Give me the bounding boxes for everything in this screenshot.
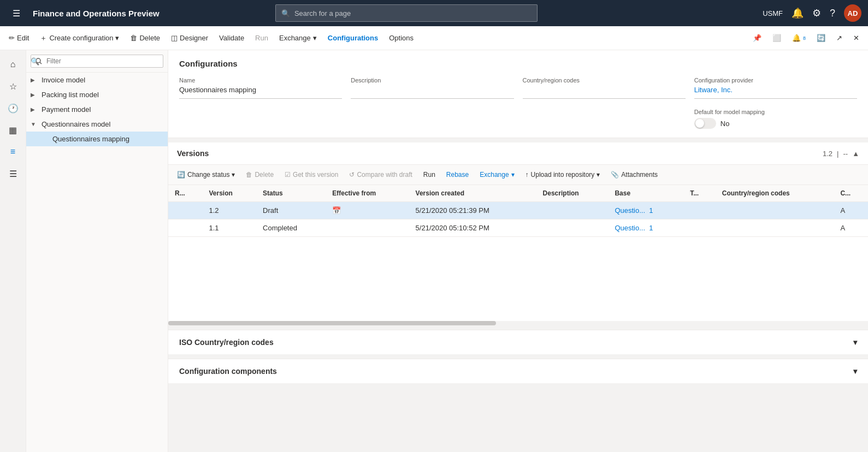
table-row[interactable]: 1.2 Draft 📅 5/21/2020 05:21:39 PM Questi… — [168, 202, 868, 219]
toggle-row: No — [694, 118, 857, 129]
create-configuration-button[interactable]: ＋ Create configuration ▾ — [36, 30, 123, 46]
refresh-button[interactable]: 🔄 — [812, 31, 830, 45]
config-components-title: Configuration components — [179, 367, 277, 376]
iso-accordion-header[interactable]: ISO Country/region codes ▾ — [168, 330, 868, 354]
close-button[interactable]: ✕ — [849, 31, 864, 45]
col-effective-from: Effective from — [326, 185, 409, 202]
configurations-section: Configurations Name Questionnaires mappi… — [168, 50, 868, 138]
versions-run-button[interactable]: Run — [419, 168, 440, 181]
edit-icon: ✏ — [9, 34, 15, 42]
list-icon[interactable]: ☰ — [3, 164, 23, 183]
chevron-right-icon: ▶ — [31, 77, 39, 83]
change-status-button[interactable]: 🔄 Change status ▾ — [173, 168, 239, 181]
run-button[interactable]: Run — [251, 31, 273, 45]
chevron-down-icon: ▾ — [853, 338, 857, 347]
config-components-accordion-header[interactable]: Configuration components ▾ — [168, 359, 868, 383]
description-value — [351, 86, 513, 99]
cell-version-created: 5/21/2020 05:21:39 PM — [409, 202, 536, 219]
pin-button[interactable]: 📌 — [748, 31, 766, 45]
validate-button[interactable]: Validate — [215, 31, 249, 45]
tree-item-packing-list-model[interactable]: ▶ Packing list model — [26, 87, 168, 102]
tree-item-label: Payment model — [42, 105, 91, 114]
country-value — [523, 86, 686, 99]
options-button[interactable]: Options — [385, 31, 418, 45]
chevron-right-icon: ▶ — [31, 92, 39, 98]
search-icon: 🔍 — [281, 9, 290, 17]
description-field: Description — [351, 77, 513, 99]
configurations-button[interactable]: Configurations — [323, 31, 382, 45]
change-status-icon: 🔄 — [177, 171, 185, 179]
exchange-button[interactable]: Exchange ▾ — [275, 31, 321, 45]
delete-button[interactable]: 🗑 Delete — [126, 31, 164, 45]
app-title: Finance and Operations Preview — [33, 9, 160, 18]
attachments-button[interactable]: 📎 Attachments — [606, 168, 662, 181]
compare-with-draft-button[interactable]: ↺ Compare with draft — [345, 168, 416, 181]
user-avatar[interactable]: AD — [844, 4, 861, 22]
horizontal-scrollbar[interactable] — [168, 321, 868, 325]
tree-panel: 🔍 ▶ Invoice model ▶ Packing list model ▶… — [26, 50, 168, 452]
col-r: R... — [168, 185, 202, 202]
attachment-icon: 📎 — [611, 171, 619, 179]
versions-header: Versions 1.2 | -- ▲ — [168, 142, 868, 165]
tree-item-invoice-model[interactable]: ▶ Invoice model — [26, 73, 168, 87]
popout-button[interactable]: ↗ — [832, 31, 847, 45]
versions-delete-button[interactable]: 🗑 Delete — [241, 168, 278, 181]
filter-icon[interactable]: ≡ — [3, 142, 23, 162]
scrollbar-thumb[interactable] — [168, 321, 496, 325]
default-mapping-label: Default for model mapping — [694, 109, 765, 115]
versions-table-wrapper: R... Version Status Effective from Versi… — [168, 185, 868, 237]
tree-item-questionnaires-model[interactable]: ▼ Questionnaires model — [26, 117, 168, 132]
tree-item-payment-model[interactable]: ▶ Payment model — [26, 102, 168, 117]
default-mapping-toggle[interactable] — [694, 118, 716, 129]
upload-repository-button[interactable]: ↑ Upload into repository ▾ — [521, 168, 605, 181]
chevron-down-icon: ▾ — [511, 171, 515, 179]
provider-value[interactable]: Litware, Inc. — [694, 86, 857, 99]
edit-button[interactable]: ✏ Edit — [4, 31, 33, 45]
dashboard-icon[interactable]: ▦ — [3, 120, 23, 140]
versions-toolbar: 🔄 Change status ▾ 🗑 Delete ☑ Get this ve… — [168, 165, 868, 185]
recent-icon[interactable]: 🕐 — [3, 98, 23, 118]
calendar-icon[interactable]: 📅 — [332, 206, 341, 215]
cell-base: Questio... 1 — [608, 202, 683, 219]
tree-item-label: Invoice model — [42, 76, 85, 84]
collapse-icon[interactable]: ▲ — [852, 150, 859, 158]
notifications-button[interactable]: 🔔8 — [788, 31, 810, 45]
notification-icon[interactable]: 🔔 — [792, 7, 804, 19]
compare-icon: ↺ — [349, 171, 355, 179]
cell-version: 1.1 — [202, 219, 256, 237]
cell-version: 1.2 — [202, 202, 256, 219]
description-label: Description — [351, 77, 513, 84]
fullscreen-button[interactable]: ⬜ — [768, 31, 786, 45]
settings-icon[interactable]: ⚙ — [812, 7, 821, 19]
favorites-icon[interactable]: ☆ — [3, 76, 23, 96]
versions-title: Versions — [177, 149, 209, 158]
base-num-link[interactable]: 1 — [649, 224, 653, 232]
config-components-section: Configuration components ▾ — [168, 359, 868, 383]
home-icon[interactable]: ⌂ — [3, 55, 23, 74]
base-num-link[interactable]: 1 — [649, 206, 653, 215]
country-label: Country/region codes — [523, 77, 686, 84]
table-header-row: R... Version Status Effective from Versi… — [168, 185, 868, 202]
versions-section: Versions 1.2 | -- ▲ 🔄 Change status ▾ 🗑 … — [168, 142, 868, 325]
col-country: Country/region codes — [716, 185, 834, 202]
col-base: Base — [608, 185, 683, 202]
hamburger-menu-icon[interactable]: ☰ — [7, 3, 26, 23]
rebase-button[interactable]: Rebase — [442, 168, 473, 181]
base-link[interactable]: Questio... — [615, 206, 645, 215]
help-icon[interactable]: ? — [830, 8, 835, 19]
sidebar-icons: ⌂ ☆ 🕐 ▦ ≡ ☰ — [0, 50, 26, 452]
tree-filter-input[interactable] — [31, 55, 163, 68]
cell-description — [536, 202, 609, 219]
base-link[interactable]: Questio... — [615, 224, 645, 232]
version-dash: -- — [843, 150, 848, 158]
designer-button[interactable]: ◫ Designer — [167, 31, 212, 45]
get-this-version-button[interactable]: ☑ Get this version — [280, 168, 343, 181]
global-search-bar[interactable]: 🔍 Search for a page — [275, 4, 538, 22]
filter-icon-small: 🔍 — [31, 57, 39, 66]
versions-exchange-button[interactable]: Exchange ▾ — [475, 168, 518, 181]
cell-t — [683, 219, 716, 237]
cell-effective-from — [326, 219, 409, 237]
tree-item-questionnaires-mapping[interactable]: Questionnaires mapping — [26, 132, 168, 146]
table-row[interactable]: 1.1 Completed 5/21/2020 05:10:52 PM Ques… — [168, 219, 868, 237]
cell-country — [716, 202, 834, 219]
